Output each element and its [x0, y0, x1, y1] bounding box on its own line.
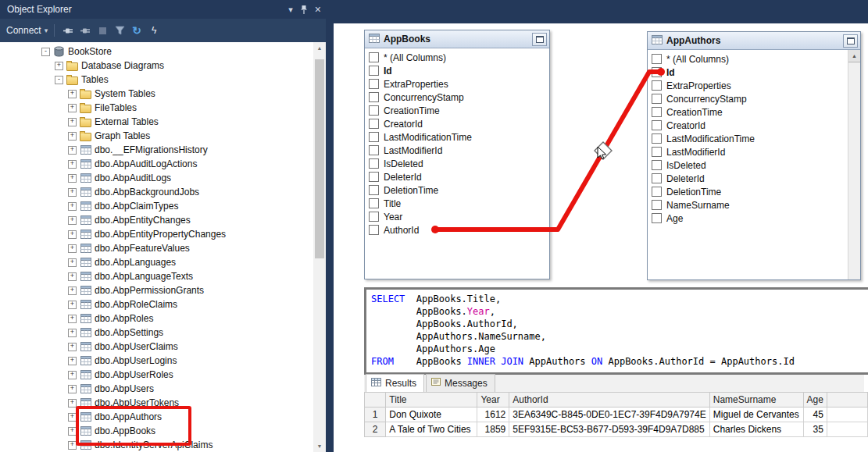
result-cell[interactable]: A Tale of Two Cities [386, 422, 477, 437]
result-cell[interactable]: 3EA6349C-B845-0DE0-1EC7-39F4D9A7974E [509, 408, 709, 422]
column-item[interactable]: Id [365, 64, 549, 77]
tree-item-external-tables[interactable]: +External Tables [0, 115, 313, 129]
column-checkbox[interactable] [652, 54, 662, 64]
expand-icon[interactable]: + [68, 287, 77, 295]
scroll-down-icon[interactable]: ▼ [313, 440, 326, 452]
result-cell[interactable]: Charles Dickens [709, 422, 803, 437]
column-checkbox[interactable] [652, 133, 662, 144]
column-item[interactable]: ConcurrencyStamp [648, 92, 848, 105]
result-cell[interactable]: Don Quixote [386, 408, 477, 422]
column-item[interactable]: IsDeleted [648, 158, 848, 172]
tree-item-filetables[interactable]: +FileTables [0, 101, 313, 115]
tree-item-dbo-appbooks[interactable]: +dbo.AppBooks [0, 424, 313, 438]
column-checkbox[interactable] [369, 158, 379, 169]
tree-item-dbo-abpentitypropertychanges[interactable]: +dbo.AbpEntityPropertyChanges [0, 227, 313, 241]
filter-icon[interactable] [113, 23, 127, 37]
column-item[interactable]: CreatorId [648, 119, 848, 132]
column-checkbox[interactable] [652, 173, 662, 183]
expand-icon[interactable]: + [68, 146, 77, 155]
column-checkbox[interactable] [652, 187, 662, 197]
table-window-appbooks[interactable]: AppBooks * (All Columns)IdExtraPropertie… [364, 30, 550, 279]
result-cell[interactable]: Miguel de Cervantes [709, 408, 803, 422]
activity-monitor-icon[interactable]: ϟ [147, 23, 161, 37]
expand-icon[interactable]: + [68, 216, 77, 225]
table-window-titlebar[interactable]: AppAuthors [648, 32, 860, 50]
expand-icon[interactable]: + [68, 174, 77, 183]
expand-icon[interactable]: + [68, 188, 77, 197]
column-header-authorid[interactable]: AuthorId [509, 393, 709, 408]
column-checkbox[interactable] [369, 198, 379, 208]
column-checkbox[interactable] [369, 79, 379, 89]
column-item[interactable]: Age [648, 212, 848, 225]
expand-icon[interactable]: + [68, 441, 77, 450]
column-item[interactable]: AuthorId [365, 223, 549, 237]
expand-icon[interactable]: + [68, 118, 77, 126]
column-item[interactable]: * (All Columns) [648, 52, 848, 66]
tree-item-dbo-efmigrationshistory[interactable]: +dbo.__EFMigrationsHistory [0, 143, 313, 157]
row-number[interactable]: 1 [365, 408, 386, 422]
column-checkbox[interactable] [369, 185, 379, 195]
column-checkbox[interactable] [369, 92, 379, 102]
column-item[interactable]: LastModificationTime [648, 132, 848, 145]
column-item[interactable]: ExtraProperties [648, 79, 848, 92]
expand-icon[interactable]: + [68, 132, 77, 141]
column-item[interactable]: Title [365, 197, 549, 210]
expand-icon[interactable]: + [68, 272, 77, 281]
column-header-namesurname[interactable]: NameSurname [709, 393, 803, 408]
expand-icon[interactable]: + [68, 104, 77, 112]
tree-scrollbar[interactable]: ▲ ▼ [313, 42, 326, 452]
column-item[interactable]: DeletionTime [648, 185, 848, 198]
result-cell[interactable]: 1612 [477, 408, 509, 422]
tree-item-dbo-abppermissiongrants[interactable]: +dbo.AbpPermissionGrants [0, 283, 313, 297]
table-window-appauthors[interactable]: AppAuthors * (All Columns)IdExtraPropert… [647, 31, 861, 280]
tab-messages[interactable]: Messages [426, 374, 495, 392]
column-checkbox[interactable] [369, 132, 379, 142]
column-checkbox[interactable] [652, 147, 662, 157]
pin-icon[interactable] [300, 5, 308, 15]
window-options-chevron-icon[interactable]: ▾ [288, 5, 293, 15]
column-checkbox[interactable] [369, 66, 379, 76]
expand-icon[interactable]: + [55, 62, 63, 70]
table-window-titlebar[interactable]: AppBooks [365, 30, 549, 48]
collapse-icon[interactable]: - [55, 76, 63, 84]
connect-plug-icon[interactable] [61, 23, 75, 37]
tree-item-dbo-identityserverapiclaims[interactable]: +dbo.IdentityServerApiClaims [0, 438, 313, 452]
column-item[interactable]: IsDeleted [365, 157, 549, 170]
column-item[interactable]: Year [365, 210, 549, 223]
close-icon[interactable]: × [315, 3, 321, 16]
row-number[interactable]: 2 [365, 422, 386, 437]
column-item[interactable]: DeletionTime [365, 183, 549, 197]
expand-icon[interactable]: + [68, 357, 77, 365]
tree-item-dbo-abplanguages[interactable]: +dbo.AbpLanguages [0, 255, 313, 269]
expand-icon[interactable]: + [68, 301, 77, 309]
column-item[interactable]: LastModifierId [365, 144, 549, 157]
expand-icon[interactable]: + [68, 343, 77, 351]
refresh-icon[interactable]: ↻ [130, 23, 144, 37]
expand-icon[interactable]: + [68, 427, 77, 436]
tree-item-dbo-abpsettings[interactable]: +dbo.AbpSettings [0, 326, 313, 340]
sql-pane[interactable]: SELECT AppBooks.Title, AppBooks.Year, Ap… [364, 287, 868, 375]
tree-item-bookstore[interactable]: -BookStore [0, 44, 313, 59]
column-item[interactable]: LastModifierId [648, 145, 848, 158]
column-checkbox[interactable] [652, 213, 662, 223]
tree-item-dbo-abplanguagetexts[interactable]: +dbo.AbpLanguageTexts [0, 269, 313, 283]
connect-button[interactable]: Connect ▾ [6, 25, 48, 36]
expand-icon[interactable]: + [68, 329, 77, 337]
tree-item-dbo-abpbackgroundjobs[interactable]: +dbo.AbpBackgroundJobs [0, 185, 313, 199]
column-header-year[interactable]: Year [477, 393, 509, 408]
minimize-button[interactable] [843, 34, 858, 48]
tree-item-dbo-abpuserroles[interactable]: +dbo.AbpUserRoles [0, 368, 313, 382]
expand-icon[interactable]: + [68, 90, 77, 98]
tree-item-dbo-abpuserclaims[interactable]: +dbo.AbpUserClaims [0, 340, 313, 354]
column-item[interactable]: CreationTime [365, 104, 549, 117]
column-header-age[interactable]: Age [803, 393, 827, 408]
tree-item-system-tables[interactable]: +System Tables [0, 87, 313, 101]
minimize-button[interactable] [532, 33, 547, 46]
tree-item-dbo-abpuserlogins[interactable]: +dbo.AbpUserLogins [0, 354, 313, 368]
column-checkbox[interactable] [652, 200, 662, 210]
column-checkbox[interactable] [652, 94, 662, 104]
tree-item-dbo-abpusertokens[interactable]: +dbo.AbpUserTokens [0, 396, 313, 410]
object-explorer-titlebar[interactable]: Object Explorer ▾ × [0, 0, 326, 19]
column-checkbox[interactable] [369, 145, 379, 155]
disconnect-plug-icon[interactable] [78, 23, 92, 37]
